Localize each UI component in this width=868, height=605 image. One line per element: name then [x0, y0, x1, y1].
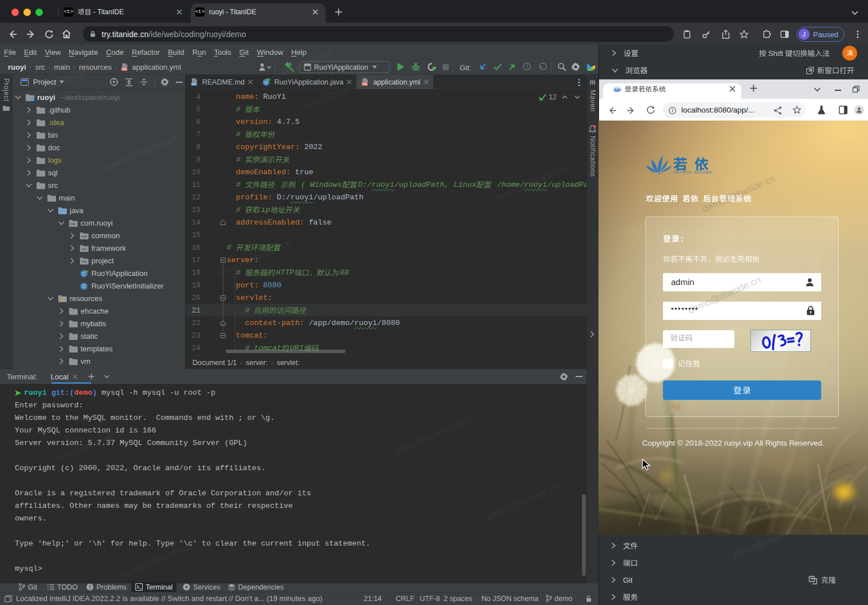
svg-text:YML: YML	[122, 67, 127, 70]
svg-text:C: C	[82, 283, 85, 289]
